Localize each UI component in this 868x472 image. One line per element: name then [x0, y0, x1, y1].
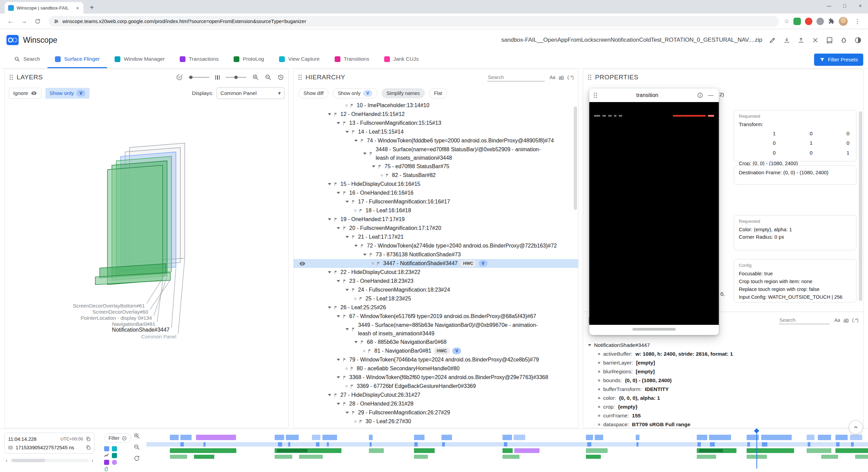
trace-segment[interactable]	[502, 435, 512, 440]
expand-arrow-icon[interactable]	[346, 236, 349, 238]
cuj-trace-icon[interactable]	[112, 460, 117, 465]
layer-label[interactable]: NavigationBar0#81	[112, 321, 155, 327]
trace-segment[interactable]	[504, 442, 507, 447]
collapse-timeline-button[interactable]	[849, 420, 863, 434]
tab-view-capture[interactable]: View Capture	[272, 51, 327, 68]
visibility-eye-icon[interactable]	[299, 260, 305, 267]
hierarchy-node[interactable]: 3368 - WindowToken{f6b2f60 type=2024 and…	[294, 373, 578, 382]
layer-label[interactable]: ScreenDecorOverlayBottom#61	[73, 303, 145, 309]
timeline-zoom-out-icon[interactable]	[134, 444, 140, 450]
hierarchy-node[interactable]: 15 - HideDisplayCutout:16:16#15	[294, 180, 578, 189]
hierarchy-node[interactable]: 75 - ed70f88 StatusBar#75	[294, 162, 578, 171]
window-minimize-icon[interactable]: —	[821, 0, 837, 12]
trace-segment[interactable]	[322, 435, 337, 440]
match-case-icon[interactable]: Aa	[834, 317, 840, 323]
reload-icon[interactable]	[32, 16, 43, 27]
timeline-cursor[interactable]	[756, 430, 757, 469]
property-row[interactable]: dataspace:BT709 sRGB Full range	[583, 420, 863, 428]
show-only-visible-button[interactable]: Show only V	[333, 88, 377, 98]
trace-segment[interactable]	[818, 435, 831, 440]
expand-arrow-icon[interactable]	[328, 307, 331, 309]
upload-icon[interactable]	[797, 36, 805, 44]
hierarchy-node[interactable]: 21 - Leaf:17:17#21	[294, 233, 578, 241]
copy-icon[interactable]	[86, 445, 91, 450]
trace-segment[interactable]	[146, 442, 868, 447]
trace-segment[interactable]	[699, 449, 723, 452]
hierarchy-node[interactable]: 73 - 8736138 NotificationShade#73	[294, 250, 578, 259]
trace-segment[interactable]	[414, 442, 418, 447]
layers-3d-canvas[interactable]: ScreenDecorOverlayBottom#61ScreenDecorOv…	[5, 101, 289, 428]
hierarchy-node[interactable]: 16 - OneHanded:16:16#16	[294, 189, 578, 197]
expand-arrow-icon[interactable]	[363, 254, 367, 256]
timeline-reset-zoom-icon[interactable]	[134, 455, 140, 461]
bookmark-star-icon[interactable]: ☆	[784, 18, 789, 25]
regex-icon[interactable]: (.*)	[852, 317, 859, 323]
tab-jank-cujs[interactable]: Jank CUJs	[377, 51, 426, 68]
property-row[interactable]: crop:{empty}	[583, 402, 863, 411]
expand-arrow-icon[interactable]	[328, 183, 331, 185]
hierarchy-node[interactable]: 80 - ace6abb SecondaryHomeHandle0#80	[294, 364, 578, 373]
hierarchy-node[interactable]: 68 - 885b63e NavigationBar0#68	[294, 338, 578, 347]
trace-segment[interactable]	[414, 448, 435, 453]
expand-arrow-icon[interactable]	[363, 153, 367, 155]
trace-segment[interactable]	[203, 442, 205, 447]
trace-segment[interactable]	[369, 448, 384, 453]
transition-preview-window[interactable]: transition —	[589, 88, 719, 335]
zoom-in-icon[interactable]	[252, 74, 259, 81]
hierarchy-node[interactable]: 81 - NavigationBar0#81HWCV	[294, 347, 578, 355]
tab-surface-flinger[interactable]: Surface Flinger	[47, 51, 107, 68]
expand-arrow-icon[interactable]	[337, 359, 340, 361]
transactions-trace-icon[interactable]	[104, 453, 109, 458]
trace-segment[interactable]	[288, 442, 290, 447]
trace-segment[interactable]	[278, 442, 282, 447]
scroll-right-icon[interactable]: ›	[90, 458, 95, 463]
trace-segment[interactable]	[170, 448, 236, 453]
hierarchy-node[interactable]: 14 - Leaf:15:15#14	[294, 127, 578, 136]
hierarchy-scrollbar[interactable]	[574, 106, 577, 210]
trace-segment[interactable]	[710, 442, 715, 447]
trace-segment[interactable]	[275, 455, 292, 459]
expand-arrow-icon[interactable]	[346, 289, 349, 291]
hierarchy-node[interactable]: 27 - HideDisplayCutout:26:31#27	[294, 391, 578, 399]
hierarchy-search-input[interactable]: Search	[487, 73, 545, 81]
trace-segment[interactable]	[835, 435, 848, 440]
trace-segment[interactable]	[312, 435, 320, 440]
trace-segment[interactable]	[414, 455, 428, 459]
trace-segment[interactable]	[697, 435, 707, 440]
hierarchy-node[interactable]: 30 - Leaf:26:27#30	[294, 417, 578, 426]
trace-segment[interactable]	[194, 455, 214, 459]
tab-window-manager[interactable]: Window Manager	[107, 51, 172, 68]
match-word-icon[interactable]: ab	[844, 317, 849, 323]
filter-presets-button[interactable]: Filter Presets	[814, 54, 863, 66]
surfaceflinger-trace-icon[interactable]	[104, 446, 109, 451]
scroll-left-icon[interactable]: ‹	[4, 458, 9, 463]
browser-menu-icon[interactable]: ⋮	[852, 16, 863, 27]
drag-handle-icon[interactable]	[9, 74, 13, 80]
tab-transitions[interactable]: Transitions	[327, 51, 377, 68]
download-icon[interactable]	[783, 36, 791, 44]
trace-segment[interactable]	[697, 455, 716, 459]
spacing-slider[interactable]	[225, 77, 246, 78]
tab-transactions[interactable]: Transactions	[172, 51, 226, 68]
hierarchy-node[interactable]: 25 - Leaf:18:23#25	[294, 294, 578, 303]
trace-segment[interactable]	[170, 435, 179, 440]
info-icon[interactable]	[697, 92, 703, 98]
timeline-canvas[interactable]	[146, 429, 868, 472]
hierarchy-node[interactable]: 19 - OneHanded:17:17#19	[294, 215, 578, 224]
expand-arrow-icon[interactable]	[337, 403, 340, 405]
properties-search-input[interactable]: Search	[779, 316, 830, 324]
trace-segment[interactable]	[747, 448, 794, 453]
hierarchy-node[interactable]: 29 - FullscreenMagnification:26:27#29	[294, 408, 578, 417]
layer-label[interactable]: PointerLocation - display 0#134	[81, 315, 152, 321]
expand-arrow-icon[interactable]	[328, 113, 331, 115]
protolog-trace-icon[interactable]	[112, 453, 117, 458]
curr-root-node[interactable]: NotificationShade#3447	[583, 340, 863, 350]
trace-segment[interactable]	[747, 442, 750, 447]
property-row[interactable]: currFrame:155	[583, 411, 863, 420]
tab-protolog[interactable]: ProtoLog	[226, 51, 272, 68]
clear-trace-icon[interactable]	[811, 36, 819, 44]
reset-view-icon[interactable]	[277, 74, 284, 81]
expand-arrow-icon[interactable]	[354, 140, 358, 142]
hierarchy-node[interactable]: 17 - FullscreenMagnification:16:16#17	[294, 197, 578, 206]
hierarchy-node[interactable]: 13 - FullscreenMagnification:15:15#13	[294, 119, 578, 127]
